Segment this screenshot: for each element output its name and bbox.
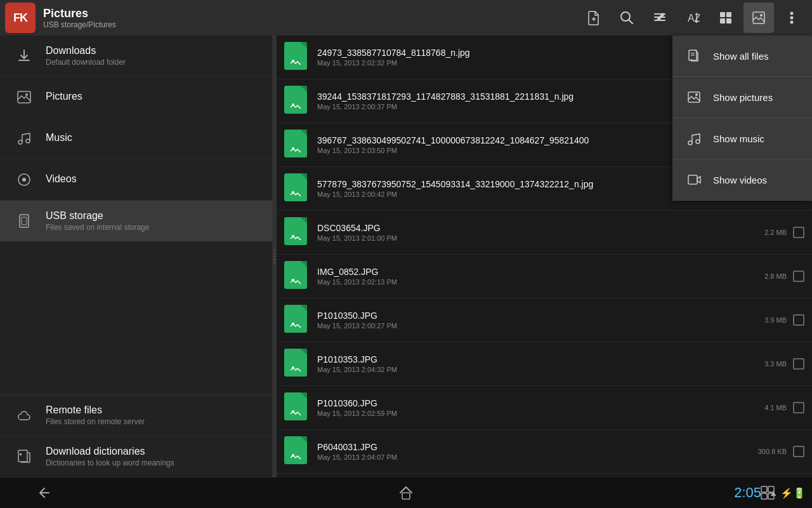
file-item[interactable]: P1010353.JPG May 15, 2013 2:04:32 PM 3.3… (277, 342, 812, 386)
topbar-title-group: Pictures USB storage/Pictures (43, 7, 579, 29)
svg-point-34 (292, 279, 294, 281)
status-time: 2:05 (734, 485, 761, 501)
svg-rect-4 (654, 20, 665, 21)
downloads-label: Downloads (46, 45, 126, 57)
file-checkbox[interactable] (793, 402, 804, 413)
file-date: May 15, 2013 2:02:59 PM (317, 410, 742, 417)
back-button[interactable] (25, 480, 63, 505)
svg-rect-27 (18, 450, 27, 462)
file-icon (284, 392, 310, 423)
show-all-files-label: Show all files (713, 51, 769, 62)
remote-files-sublabel: Files stored on remote server (46, 417, 145, 426)
videos-label: Videos (46, 173, 77, 185)
file-size: 2.2 MB (742, 229, 787, 236)
remote-files-icon (13, 404, 36, 427)
sidebar-item-download-dictionaries[interactable]: Download dictionaries Dictionaries to lo… (0, 436, 272, 478)
sidebar-item-videos[interactable]: Videos (0, 159, 272, 201)
file-name: IMG_0852.JPG (317, 267, 742, 277)
svg-point-17 (790, 21, 794, 24)
svg-point-14 (760, 14, 763, 17)
file-item[interactable]: IMG_0852.JPG May 15, 2013 2:02:13 PM 2.8… (277, 255, 812, 298)
svg-rect-48 (402, 493, 410, 499)
file-name: P6040031.JPG (317, 442, 742, 452)
dictionaries-label: Download dictionaries (46, 446, 174, 457)
image-view-button[interactable] (743, 3, 774, 33)
file-info: P6040031.JPG May 15, 2013 2:04:07 PM (317, 442, 742, 461)
videos-icon (13, 168, 36, 191)
more-options-button[interactable] (776, 3, 807, 33)
signal-icon: ▲ (769, 488, 778, 498)
dropdown-item-show-pictures[interactable]: Show pictures (672, 77, 812, 118)
file-name: P1010353.JPG (317, 354, 742, 364)
file-info: IMG_0852.JPG May 15, 2013 2:02:13 PM (317, 267, 742, 286)
svg-point-46 (696, 140, 700, 144)
svg-rect-28 (20, 453, 22, 455)
dropdown-item-show-all-files[interactable]: Show all files (672, 36, 812, 77)
music-icon (13, 127, 36, 150)
svg-rect-47 (688, 175, 697, 184)
usb-storage-icon (13, 210, 36, 232)
file-item[interactable]: P1010360.JPG May 15, 2013 2:02:59 PM 4.1… (277, 386, 812, 430)
svg-point-20 (25, 93, 28, 96)
home-button[interactable] (387, 480, 425, 505)
svg-rect-13 (753, 12, 764, 23)
add-file-button[interactable] (579, 3, 609, 33)
sidebar-item-usb-storage[interactable]: USB storage Files saved on internal stor… (0, 201, 272, 242)
svg-line-3 (629, 20, 633, 24)
sidebar-item-remote-files[interactable]: Remote files Files stored on remote serv… (0, 395, 272, 436)
file-size: 3.9 MB (742, 316, 787, 324)
dropdown-item-show-videos[interactable]: Show videos (672, 159, 812, 201)
topbar: FK Pictures USB storage/Pictures (0, 0, 812, 36)
file-icon (284, 173, 310, 204)
sidebar-item-music[interactable]: Music (0, 118, 272, 159)
file-checkbox[interactable] (793, 446, 804, 457)
file-checkbox[interactable] (793, 271, 804, 282)
svg-rect-51 (761, 493, 767, 499)
svg-rect-12 (726, 18, 731, 23)
sidebar-item-pictures[interactable]: Pictures (0, 77, 272, 118)
edit-button[interactable] (645, 3, 675, 33)
file-name: DSC03654.JPG (317, 223, 742, 233)
svg-point-37 (292, 410, 294, 413)
svg-point-21 (18, 140, 22, 144)
svg-point-16 (790, 17, 794, 20)
file-item[interactable]: P6040031.JPG May 15, 2013 2:04:07 PM 300… (277, 430, 812, 474)
file-icon (284, 349, 310, 379)
svg-point-29 (292, 60, 294, 62)
file-icon (284, 261, 310, 291)
svg-point-32 (292, 191, 294, 194)
svg-rect-49 (761, 486, 767, 492)
sidebar-item-downloads[interactable]: Downloads Default download folder (0, 36, 272, 77)
file-item[interactable]: P1010350.JPG May 15, 2013 2:00:27 PM 3.9… (277, 298, 812, 342)
svg-point-31 (292, 147, 294, 150)
file-icon (284, 42, 310, 72)
file-icon (284, 436, 310, 467)
show-all-files-icon (685, 47, 703, 65)
app-logo-text: FK (13, 11, 27, 25)
sort-button[interactable]: AZ (678, 3, 708, 33)
file-date: May 15, 2013 2:04:07 PM (317, 453, 742, 461)
file-icon (284, 130, 310, 160)
file-icon (284, 217, 310, 248)
file-size: 4.1 MB (742, 404, 787, 411)
file-checkbox[interactable] (793, 227, 804, 238)
grid-view-button[interactable] (710, 3, 741, 33)
file-checkbox[interactable] (793, 358, 804, 370)
dropdown-item-show-music[interactable]: Show music (672, 118, 812, 159)
file-item[interactable]: DSC03654.JPG May 15, 2013 2:01:00 PM 2.2… (277, 211, 812, 255)
svg-point-38 (292, 454, 294, 457)
svg-rect-9 (720, 12, 725, 17)
file-checkbox[interactable] (793, 314, 804, 326)
dictionaries-sublabel: Dictionaries to look up word meanings (46, 458, 174, 467)
svg-point-44 (695, 93, 698, 96)
show-pictures-icon (685, 88, 703, 106)
file-name: P1010350.JPG (317, 311, 742, 321)
search-button[interactable] (612, 3, 642, 33)
show-videos-label: Show videos (713, 175, 767, 185)
battery-icon: ⚡🔋 (780, 487, 806, 499)
svg-point-30 (292, 104, 294, 106)
file-info: P1010350.JPG May 15, 2013 2:00:27 PM (317, 311, 742, 330)
file-date: May 15, 2013 2:02:13 PM (317, 278, 742, 286)
show-music-icon (685, 130, 703, 147)
file-info: DSC03654.JPG May 15, 2013 2:01:00 PM (317, 223, 742, 242)
